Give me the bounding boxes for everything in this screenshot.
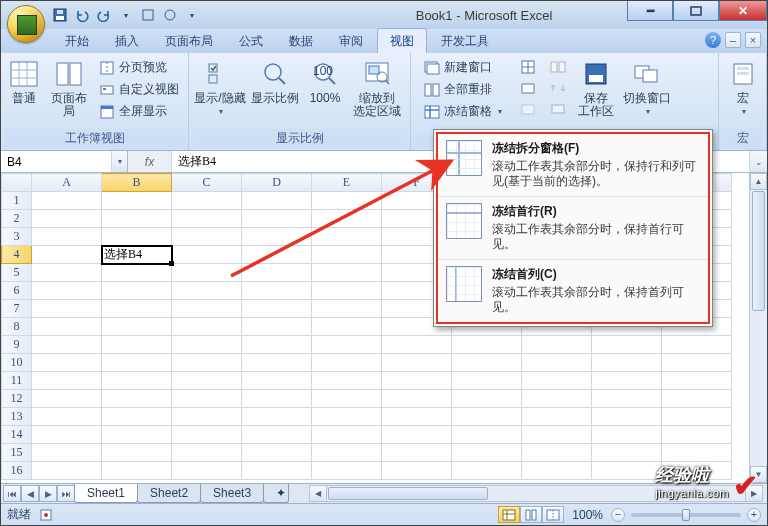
redo-icon[interactable] xyxy=(95,6,113,24)
row-header[interactable]: 6 xyxy=(2,282,32,300)
col-header-A[interactable]: A xyxy=(32,174,102,192)
row-header[interactable]: 3 xyxy=(2,228,32,246)
workbook-close-icon[interactable]: × xyxy=(745,32,761,48)
page-layout-button[interactable]: 页面布局 xyxy=(46,55,92,127)
minimize-button[interactable]: ━ xyxy=(627,1,673,21)
unhide-button[interactable] xyxy=(515,99,541,119)
qat-extra1-icon[interactable] xyxy=(139,6,157,24)
view-normal-icon[interactable] xyxy=(498,506,520,523)
select-all-corner[interactable] xyxy=(2,174,32,192)
hscroll-thumb[interactable] xyxy=(328,487,488,500)
row-header[interactable]: 10 xyxy=(2,354,32,372)
view-side-by-side-button[interactable] xyxy=(545,57,571,77)
tab-developer[interactable]: 开发工具 xyxy=(429,29,501,53)
row-header[interactable]: 2 xyxy=(2,210,32,228)
status-bar: 就绪 100% − + xyxy=(1,503,767,525)
freeze-row-icon xyxy=(446,203,482,239)
maximize-button[interactable] xyxy=(673,1,719,21)
col-header-C[interactable]: C xyxy=(172,174,242,192)
freeze-first-col-item[interactable]: 冻结首列(C) 滚动工作表其余部分时，保持首列可见。 xyxy=(438,259,708,322)
row-header[interactable]: 7 xyxy=(2,300,32,318)
tab-home[interactable]: 开始 xyxy=(53,29,101,53)
help-icon[interactable]: ? xyxy=(705,32,721,48)
row-header[interactable]: 5 xyxy=(2,264,32,282)
row-header[interactable]: 8 xyxy=(2,318,32,336)
save-workspace-button[interactable]: 保存 工作区 xyxy=(573,55,619,127)
col-header-E[interactable]: E xyxy=(312,174,382,192)
zoom-button[interactable]: 显示比例 xyxy=(249,55,301,127)
split-icon xyxy=(520,59,536,75)
row-header[interactable]: 4 xyxy=(2,246,32,264)
ribbon-tabs: 开始 插入 页面布局 公式 数据 审阅 视图 开发工具 ? – × xyxy=(1,29,767,53)
fx-button[interactable]: fx xyxy=(128,151,172,172)
sheet-nav-first-icon[interactable]: ⏮ xyxy=(3,485,21,502)
view-page-layout-icon[interactable] xyxy=(520,506,542,523)
custom-views-button[interactable]: 自定义视图 xyxy=(94,79,184,100)
reset-window-button[interactable] xyxy=(545,99,571,119)
svg-rect-41 xyxy=(522,105,534,114)
zoom-100-button[interactable]: 100 100% xyxy=(303,55,347,127)
zoom-selection-button[interactable]: 缩放到 选定区域 xyxy=(349,55,405,127)
sheet-nav-next-icon[interactable]: ▶ xyxy=(39,485,57,502)
scroll-thumb[interactable] xyxy=(752,191,765,311)
cell-B4[interactable]: 选择B4 xyxy=(102,246,172,264)
row-header[interactable]: 9 xyxy=(2,336,32,354)
scroll-up-icon[interactable]: ▲ xyxy=(750,173,767,190)
row-header[interactable]: 11 xyxy=(2,372,32,390)
tab-page-layout[interactable]: 页面布局 xyxy=(153,29,225,53)
tab-review[interactable]: 审阅 xyxy=(327,29,375,53)
freeze-top-row-item[interactable]: 冻结首行(R) 滚动工作表其余部分时，保持首行可见。 xyxy=(438,196,708,259)
freeze-panes-item[interactable]: 冻结拆分窗格(F) 滚动工作表其余部分时，保持行和列可见(基于当前的选择)。 xyxy=(438,134,708,196)
arrange-all-button[interactable]: 全部重排 xyxy=(419,79,507,100)
row-header[interactable]: 1 xyxy=(2,192,32,210)
close-button[interactable]: ✕ xyxy=(719,1,767,21)
sheet-tab-2[interactable]: Sheet2 xyxy=(137,484,201,503)
normal-view-button[interactable]: 普通 xyxy=(5,55,44,127)
split-button[interactable] xyxy=(515,57,541,77)
macro-record-icon[interactable] xyxy=(39,508,53,522)
tab-data[interactable]: 数据 xyxy=(277,29,325,53)
full-screen-button[interactable]: 全屏显示 xyxy=(94,101,184,122)
sync-scroll-button[interactable] xyxy=(545,78,571,98)
tab-formulas[interactable]: 公式 xyxy=(227,29,275,53)
new-sheet-button[interactable]: ✦ xyxy=(263,484,289,503)
sheet-nav-last-icon[interactable]: ⏭ xyxy=(57,485,75,502)
office-button[interactable] xyxy=(7,5,45,43)
undo-icon[interactable] xyxy=(73,6,91,24)
freeze-panes-button[interactable]: 冻结窗格▾ xyxy=(419,101,507,122)
col-header-B[interactable]: B xyxy=(102,174,172,192)
tab-view[interactable]: 视图 xyxy=(377,28,427,53)
row-header[interactable]: 14 xyxy=(2,426,32,444)
switch-windows-button[interactable]: 切换窗口▾ xyxy=(621,55,673,127)
hide-button[interactable] xyxy=(515,78,541,98)
col-header-D[interactable]: D xyxy=(242,174,312,192)
sheet-tab-1[interactable]: Sheet1 xyxy=(74,484,138,503)
sheet-tab-3[interactable]: Sheet3 xyxy=(200,484,264,503)
zoom-slider[interactable] xyxy=(631,513,741,517)
zoom-out-button[interactable]: − xyxy=(611,508,625,522)
macros-button[interactable]: 宏▾ xyxy=(723,55,762,127)
row-header[interactable]: 12 xyxy=(2,390,32,408)
row-header[interactable]: 16 xyxy=(2,462,32,480)
page-break-preview-button[interactable]: 分页预览 xyxy=(94,57,184,78)
svg-rect-12 xyxy=(70,63,81,85)
formula-bar-expand[interactable]: ⌄ xyxy=(749,151,767,172)
row-header[interactable]: 15 xyxy=(2,444,32,462)
scroll-left-icon[interactable]: ◀ xyxy=(310,486,327,501)
vertical-scrollbar[interactable]: ▲ ▼ xyxy=(749,173,767,483)
save-icon[interactable] xyxy=(51,6,69,24)
new-window-button[interactable]: 新建窗口 xyxy=(419,57,507,78)
sheet-nav-prev-icon[interactable]: ◀ xyxy=(21,485,39,502)
qat-more-icon[interactable]: ▾ xyxy=(117,6,135,24)
zoom-in-button[interactable]: + xyxy=(747,508,761,522)
view-page-break-icon[interactable] xyxy=(542,506,564,523)
row-header[interactable]: 13 xyxy=(2,408,32,426)
qat-extra2-icon[interactable] xyxy=(161,6,179,24)
ribbon-minimize-icon[interactable]: – xyxy=(725,32,741,48)
show-hide-button[interactable]: 显示/隐藏▾ xyxy=(193,55,247,127)
zoom-level[interactable]: 100% xyxy=(572,508,603,522)
name-box[interactable] xyxy=(1,151,111,172)
name-box-dropdown[interactable]: ▾ xyxy=(111,151,127,172)
qat-customize-icon[interactable]: ▾ xyxy=(183,6,201,24)
tab-insert[interactable]: 插入 xyxy=(103,29,151,53)
